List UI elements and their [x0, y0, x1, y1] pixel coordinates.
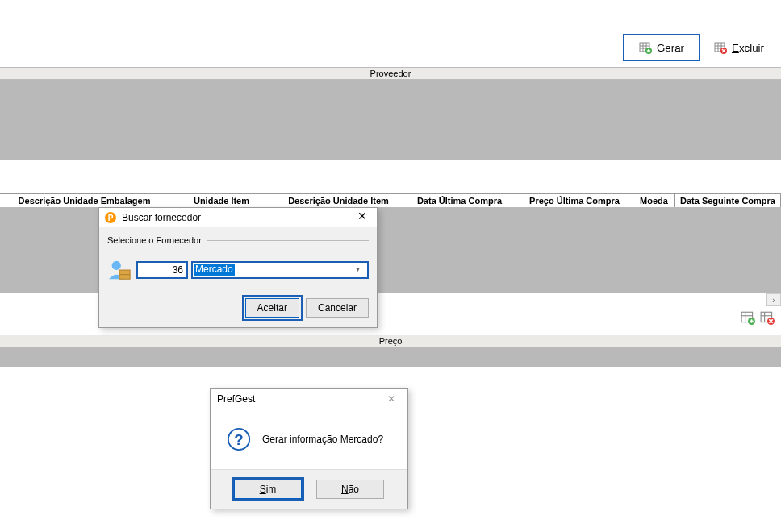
divider	[207, 240, 369, 241]
col-unidade-item[interactable]: Unidade Item	[169, 194, 274, 207]
scroll-right-button[interactable]: ›	[766, 293, 781, 306]
fieldset-label: Selecione o Fornecedor	[107, 235, 369, 245]
excluir-button[interactable]: Excluir	[704, 34, 775, 61]
excluir-label: Excluir	[732, 42, 764, 54]
fieldset-text: Selecione o Fornecedor	[107, 235, 202, 245]
aceitar-button[interactable]: Aceitar	[245, 298, 299, 318]
buscar-fornecedor-dialog: P Buscar fornecedor ✕ Selecione o Fornec…	[98, 207, 378, 328]
col-descricao-unidade-embalagem[interactable]: Descrição Unidade Embalagem	[0, 194, 169, 207]
sim-button[interactable]: Sim	[234, 480, 302, 499]
fornecedor-id-input[interactable]	[136, 261, 188, 279]
col-descricao-unidade-item[interactable]: Descrição Unidade Item	[274, 194, 403, 207]
question-icon: ?	[227, 427, 251, 451]
dialog-title: Buscar fornecedor	[122, 212, 353, 223]
gerar-button[interactable]: Gerar	[623, 34, 700, 61]
nao-button[interactable]: Não	[316, 480, 384, 499]
confirm-message: Gerar informação Mercado?	[262, 434, 383, 445]
dialog-titlebar: P Buscar fornecedor ✕	[99, 208, 377, 227]
preco-band-header: Preço	[0, 335, 781, 347]
confirm-titlebar: PrefGest ✕	[211, 389, 407, 409]
col-data-ultima-compra[interactable]: Data Última Compra	[403, 194, 516, 207]
prefgest-confirm-dialog: PrefGest ✕ ? Gerar informação Mercado? S…	[210, 388, 408, 509]
proveedor-grid-empty	[0, 80, 781, 160]
col-preco-ultima-compra[interactable]: Preço Última Compra	[516, 194, 633, 207]
col-moeda[interactable]: Moeda	[633, 194, 675, 207]
svg-text:?: ?	[234, 431, 243, 448]
delete-row-icon[interactable]	[760, 310, 775, 325]
combo-selected-text: Mercado	[194, 264, 235, 276]
confirm-title: PrefGest	[217, 393, 382, 405]
supplier-icon	[107, 258, 132, 282]
svg-point-30	[112, 261, 121, 270]
spreadsheet-plus-icon	[639, 41, 652, 54]
row-action-icons	[741, 310, 775, 325]
app-p-icon: P	[104, 211, 117, 224]
close-disabled-icon: ✕	[382, 393, 401, 405]
preco-grid-empty	[0, 347, 781, 367]
toolbar: Gerar Excluir	[623, 34, 775, 61]
proveedor-band-header: Proveedor	[0, 67, 781, 80]
fornecedor-combo[interactable]: Mercado ▾	[191, 261, 369, 279]
svg-text:P: P	[108, 214, 114, 222]
gerar-label: Gerar	[657, 42, 684, 54]
spreadsheet-delete-icon	[714, 41, 727, 54]
items-table-headers: Descrição Unidade Embalagem Unidade Item…	[0, 193, 781, 208]
close-icon[interactable]: ✕	[353, 210, 372, 226]
add-row-icon[interactable]	[741, 310, 755, 325]
cancelar-button[interactable]: Cancelar	[306, 298, 369, 318]
col-data-seguinte-compra[interactable]: Data Seguinte Compra	[675, 194, 781, 207]
